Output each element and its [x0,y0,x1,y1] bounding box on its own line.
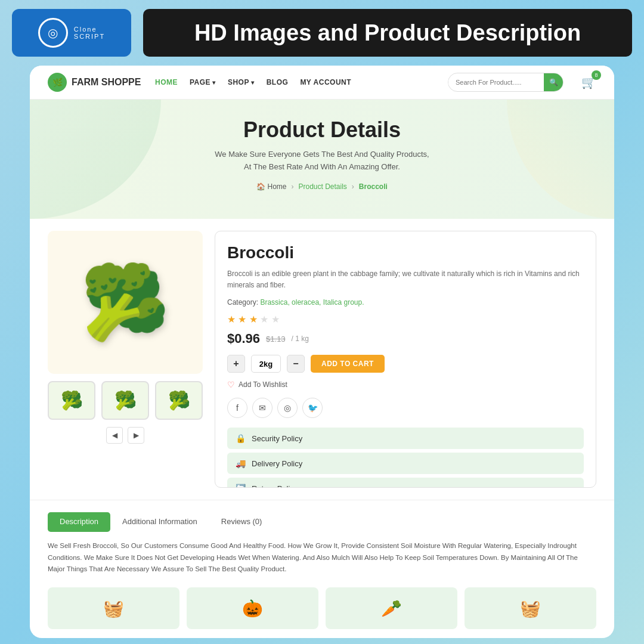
bottom-card-4[interactable]: 🧺 [465,587,596,629]
quantity-increase[interactable]: − [287,355,305,373]
main-product-image: 🥦 [48,231,203,374]
tab-additional-info[interactable]: Additional Information [110,512,209,532]
return-policy[interactable]: 🔄 Return Policy [227,478,584,488]
hero-subtitle-2: At The Best Rate And With An Amazing Off… [42,161,602,174]
instagram-button[interactable]: ◎ [277,398,298,418]
twitter-button[interactable]: 🐦 [302,398,323,418]
broccoli-emoji: 🥦 [80,261,170,345]
image-panel: 🥦 🥦 🥦 🥦 ◀ ▶ [48,231,203,488]
headline-text: HD Images and Product Description [194,20,581,46]
tab-content: We Sell Fresh Broccoli, So Our Customers… [48,540,596,575]
nav-blog[interactable]: BLOG [267,78,289,86]
product-info-panel: Broccoli Broccoli is an edible green pla… [215,231,596,488]
nav-arrows: ◀ ▶ [48,427,203,444]
logo-icon: 🌿 [48,73,67,92]
breadcrumb-sep-1: › [291,182,293,191]
security-policy-label: Security Policy [252,434,302,443]
thumbnail-row: 🥦 🥦 🥦 [48,381,203,420]
category-row: Category: Brassica, oleracea, Italica gr… [227,298,584,306]
price-row: $0.96 $1.13 / 1 kg [227,331,584,346]
star-3: ★ [249,314,258,324]
quantity-input[interactable] [251,355,281,373]
prev-arrow[interactable]: ◀ [106,427,123,444]
delivery-policy[interactable]: 🚚 Delivery Policy [227,453,584,474]
tab-description[interactable]: Description [48,512,110,532]
navbar: 🌿 FARM SHOPPE HOME PAGE SHOP BLOG MY ACC… [30,66,614,100]
quantity-decrease[interactable]: + [227,355,245,373]
bottom-card-1[interactable]: 🧺 [48,587,179,629]
search-input[interactable] [448,79,544,86]
cart-badge: 8 [592,70,601,80]
star-1: ★ [227,314,236,324]
price-current: $0.96 [227,331,260,346]
email-button[interactable]: ✉ [252,398,273,418]
price-old: $1.13 [266,335,286,343]
bottom-card-2[interactable]: 🎃 [187,587,318,629]
search-box[interactable]: 🔍 [448,73,564,92]
add-to-cart-button[interactable]: ADD TO CART [311,355,385,373]
clone-script-icon: ◎ [38,18,68,48]
next-arrow[interactable]: ▶ [128,427,144,444]
top-banner: ◎ Clone SCRIPT HD Images and Product Des… [0,0,644,66]
nav-account[interactable]: MY ACCOUNT [300,78,351,86]
breadcrumb-product-details[interactable]: Product Details [298,182,346,191]
thumbnail-2[interactable]: 🥦 [101,381,149,420]
bottom-cards: 🧺 🎃 🥕 🧺 [30,581,614,638]
nav-home[interactable]: HOME [155,78,178,86]
star-5: ★ [271,314,280,324]
bottom-card-3[interactable]: 🥕 [326,587,457,629]
price-unit: / 1 kg [292,335,309,343]
hero-subtitle-1: We Make Sure Everyone Gets The Best And … [42,148,602,161]
site-logo: 🌿 FARM SHOPPE [48,73,143,92]
tab-list: Description Additional Information Revie… [48,512,596,532]
return-policy-label: Return Policy [252,484,298,488]
thumbnail-3[interactable]: 🥦 [155,381,203,420]
hero-section: Product Details We Make Sure Everyone Ge… [30,100,614,219]
main-container: 🌿 FARM SHOPPE HOME PAGE SHOP BLOG MY ACC… [30,66,614,638]
category-brassica[interactable]: Brassica, [260,298,289,306]
breadcrumb-home[interactable]: 🏠 Home [256,182,286,191]
nav-page[interactable]: PAGE [190,78,216,86]
category-label: Category: [227,298,258,306]
return-icon: 🔄 [236,484,246,488]
quantity-row: + − ADD TO CART [227,355,584,373]
nav-links: HOME PAGE SHOP BLOG MY ACCOUNT [155,78,436,86]
star-4: ★ [260,314,268,324]
tab-reviews[interactable]: Reviews (0) [209,512,274,532]
breadcrumb-current: Broccoli [359,182,388,191]
category-oleracea[interactable]: oleracea, [292,298,321,306]
breadcrumb: 🏠 Home › Product Details › Broccoli [42,182,602,191]
facebook-button[interactable]: f [227,398,247,418]
brand-name: FARM SHOPPE [72,77,141,88]
logo-text: Clone SCRIPT [74,26,105,40]
product-name: Broccoli [227,243,584,262]
breadcrumb-sep-2: › [352,182,354,191]
thumbnail-1[interactable]: 🥦 [48,381,95,420]
page-title: Product Details [42,117,602,143]
social-row: f ✉ ◎ 🐦 [227,398,584,418]
product-description: Broccoli is an edible green plant in the… [227,268,584,291]
wishlist-label: Add To Wishlist [239,380,287,389]
delivery-icon: 🚚 [236,459,246,468]
wishlist-row[interactable]: ♡ Add To Wishlist [227,380,584,389]
headline-box: HD Images and Product Description [143,9,632,57]
product-section: 🥦 🥦 🥦 🥦 ◀ ▶ Broccoli Broccoli is an edib… [30,219,614,500]
security-policy[interactable]: 🔒 Security Policy [227,428,584,449]
tabs-section: Description Additional Information Revie… [30,500,614,581]
nav-shop[interactable]: SHOP [228,78,255,86]
wishlist-heart-icon: ♡ [227,380,235,389]
delivery-policy-label: Delivery Policy [252,459,302,468]
search-button[interactable]: 🔍 [544,73,563,92]
clone-script-logo: ◎ Clone SCRIPT [12,9,131,57]
star-2: ★ [238,314,246,324]
star-rating: ★ ★ ★ ★ ★ [227,314,584,325]
security-icon: 🔒 [236,434,246,443]
cart-icon[interactable]: 🛒 8 [581,75,596,89]
category-italica[interactable]: Italica group. [323,298,364,306]
